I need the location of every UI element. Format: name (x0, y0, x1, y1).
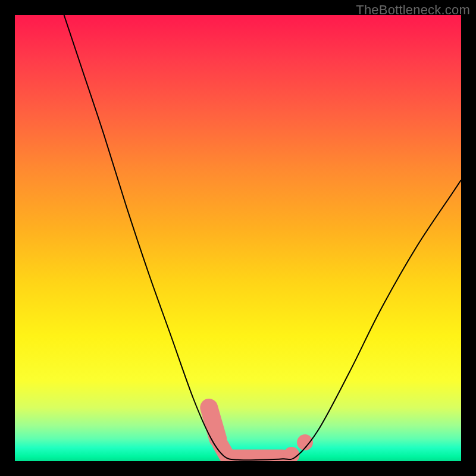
line-layer (64, 15, 462, 460)
marker-1 (209, 408, 218, 439)
watermark-text: TheBottleneck.com (356, 2, 470, 18)
marker-layer (209, 408, 313, 461)
plot-area (15, 15, 461, 461)
chart-frame: TheBottleneck.com (0, 0, 476, 476)
bottleneck-curve (64, 15, 462, 460)
chart-svg (15, 15, 461, 461)
